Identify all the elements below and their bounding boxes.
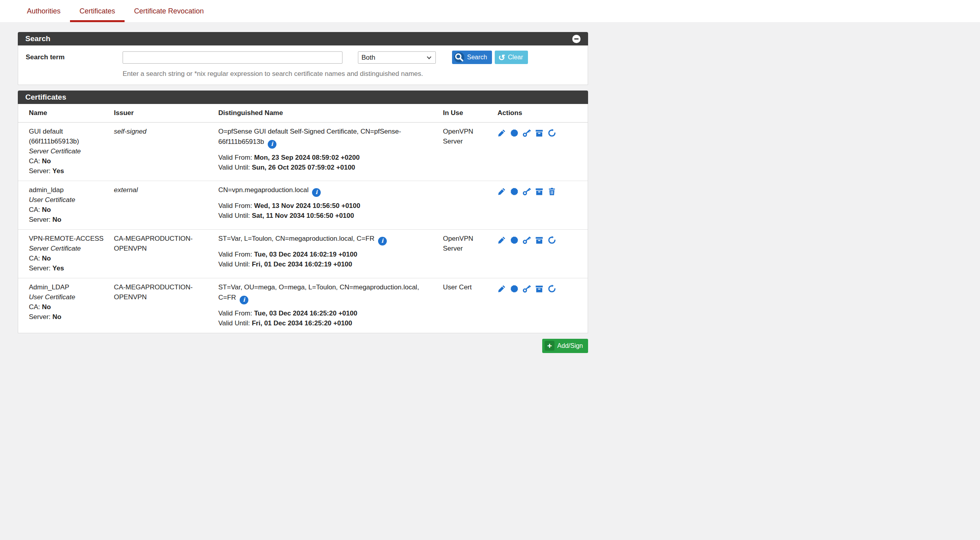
cert-name: VPN-REMOTE-ACCESS (29, 234, 106, 244)
export-archive-icon[interactable] (535, 187, 543, 196)
valid-until-label: Valid Until: (218, 164, 250, 171)
cert-ca-line: CA: No (29, 253, 106, 263)
cert-server-line: Server: No (29, 215, 106, 225)
renew-icon[interactable] (548, 285, 556, 293)
cert-type: Server Certificate (29, 146, 106, 156)
cert-name: GUI default (66f111b65913b) (29, 127, 106, 146)
column-header-distinguished-name: Distinguished Name (214, 104, 439, 123)
cert-name-cell: GUI default (66f111b65913b) Server Certi… (18, 123, 110, 181)
cert-server-line: Server: No (29, 312, 106, 322)
cert-actions-cell (494, 123, 588, 181)
cert-actions-cell (494, 230, 588, 278)
minus-glyph (574, 38, 579, 40)
renew-icon[interactable] (548, 236, 556, 244)
clear-button-label: Clear (508, 54, 523, 61)
cert-actions-cell (494, 278, 588, 333)
certificate-seal-icon[interactable] (510, 285, 518, 293)
certificates-panel-header: Certificates (18, 91, 588, 104)
add-sign-button-label: Add/Sign (557, 342, 583, 349)
server-value: Yes (53, 167, 64, 175)
search-button[interactable]: Search (452, 51, 492, 64)
collapse-icon[interactable] (572, 35, 581, 43)
certificates-panel: Certificates Name Issuer Distinguished N… (18, 91, 588, 333)
certificate-seal-icon[interactable] (510, 187, 518, 196)
info-icon[interactable]: i (240, 296, 248, 304)
ca-label: CA: (29, 206, 40, 213)
server-value: No (53, 313, 62, 321)
cert-in-use: OpenVPN Server (439, 123, 494, 181)
search-term-input[interactable] (123, 51, 342, 64)
edit-icon[interactable] (498, 236, 506, 244)
key-icon[interactable] (522, 187, 531, 196)
certificates-panel-title: Certificates (25, 93, 66, 102)
valid-until-value: Fri, 01 Dec 2034 16:25:20 +0100 (252, 319, 352, 327)
key-icon[interactable] (522, 285, 531, 293)
delete-icon[interactable] (548, 187, 556, 196)
ca-value: No (42, 255, 51, 262)
search-scope-select-wrap: Both (358, 51, 436, 64)
search-help-text: Enter a search string or *nix regular ex… (123, 70, 580, 78)
server-label: Server: (29, 216, 51, 223)
add-sign-button[interactable]: + Add/Sign (542, 339, 588, 353)
cert-type: User Certificate (29, 292, 106, 302)
table-row: admin_ldap User Certificate CA: No Serve… (18, 181, 588, 230)
undo-icon: ↺ (498, 53, 505, 62)
server-label: Server: (29, 264, 51, 272)
info-icon[interactable]: i (378, 237, 387, 245)
search-panel-body: Search term Both Search ↺ Clear (18, 45, 588, 85)
renew-icon[interactable] (548, 129, 556, 137)
tab-certificate-revocation[interactable]: Certificate Revocation (125, 0, 213, 22)
cert-issuer: CA-MEGAPRODUCTION-OPENVPN (110, 230, 214, 278)
tab-bar: Authorities Certificates Certificate Rev… (0, 0, 980, 22)
cert-dn: ST=Var, L=Toulon, CN=megaproduction.loca… (218, 235, 375, 242)
info-icon[interactable]: i (268, 140, 276, 149)
tab-certificates[interactable]: Certificates (70, 0, 125, 22)
valid-from-label: Valid From: (218, 310, 252, 317)
search-form-row: Search term Both Search ↺ Clear (26, 51, 580, 64)
edit-icon[interactable] (498, 187, 506, 196)
cert-dn-cell: O=pfSense GUI default Self-Signed Certif… (214, 123, 439, 181)
cert-issuer: CA-MEGAPRODUCTION-OPENVPN (110, 278, 214, 333)
search-term-label: Search term (26, 53, 123, 61)
valid-until-value: Sat, 11 Nov 2034 10:56:50 +0100 (252, 212, 354, 219)
info-icon[interactable]: i (312, 188, 321, 197)
valid-from-value: Wed, 13 Nov 2024 10:56:50 +0100 (254, 202, 360, 210)
search-scope-select[interactable]: Both (358, 51, 436, 64)
edit-icon[interactable] (498, 129, 506, 137)
cert-dn-cell: ST=Var, L=Toulon, CN=megaproduction.loca… (214, 230, 439, 278)
table-row: VPN-REMOTE-ACCESS Server Certificate CA:… (18, 230, 588, 278)
clear-button[interactable]: ↺ Clear (495, 51, 528, 64)
cert-server-line: Server: Yes (29, 166, 106, 176)
export-archive-icon[interactable] (535, 285, 543, 293)
cert-issuer: self-signed (110, 123, 214, 181)
valid-from-label: Valid From: (218, 251, 252, 258)
certificate-seal-icon[interactable] (510, 129, 518, 137)
cert-dn: CN=vpn.megaproduction.local (218, 186, 308, 194)
column-header-issuer: Issuer (110, 104, 214, 123)
table-row: Admin_LDAP User Certificate CA: No Serve… (18, 278, 588, 333)
tab-authorities[interactable]: Authorities (17, 0, 70, 22)
export-archive-icon[interactable] (535, 129, 543, 137)
server-value: Yes (53, 264, 64, 272)
cert-name-cell: admin_ldap User Certificate CA: No Serve… (18, 181, 110, 230)
cert-type: User Certificate (29, 195, 106, 205)
key-icon[interactable] (522, 129, 531, 137)
valid-from-label: Valid From: (218, 202, 252, 210)
cert-ca-line: CA: No (29, 302, 106, 312)
validity-block: Valid From: Tue, 03 Dec 2024 16:02:19 +0… (218, 249, 435, 269)
cert-ca-line: CA: No (29, 205, 106, 215)
export-archive-icon[interactable] (535, 236, 543, 244)
valid-until-label: Valid Until: (218, 319, 250, 327)
cert-in-use (439, 181, 494, 230)
certificate-seal-icon[interactable] (510, 236, 518, 244)
valid-from-value: Tue, 03 Dec 2024 16:02:19 +0100 (254, 251, 357, 258)
cert-issuer: external (110, 181, 214, 230)
ca-value: No (42, 157, 51, 165)
cert-name: admin_ldap (29, 185, 106, 195)
key-icon[interactable] (522, 236, 531, 244)
validity-block: Valid From: Wed, 13 Nov 2024 10:56:50 +0… (218, 201, 435, 221)
table-row: GUI default (66f111b65913b) Server Certi… (18, 123, 588, 181)
edit-icon[interactable] (498, 285, 506, 293)
main-content: Search Search term Both Search (18, 32, 588, 353)
certificates-table: Name Issuer Distinguished Name In Use Ac… (18, 104, 588, 333)
